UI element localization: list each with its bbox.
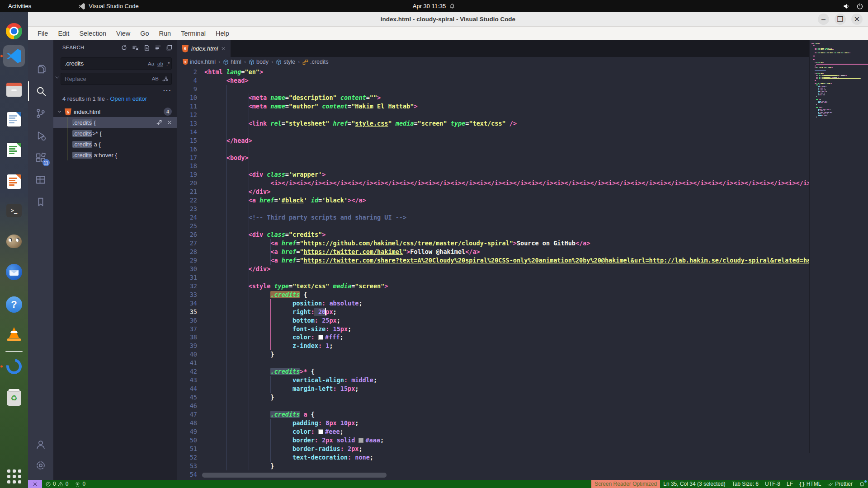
code-line-36[interactable]: 36 bottom: 25px; [177,316,868,325]
replace-match-icon[interactable] [156,119,162,126]
dock-item-google-chrome[interactable] [3,20,25,42]
code-line-41[interactable]: 41 [177,359,868,367]
activity-accounts[interactable] [28,435,53,455]
volume-icon[interactable] [843,3,850,10]
code-line-49[interactable]: 49 color: #eee; [177,427,868,436]
status-encoding[interactable]: UTF-8 [762,480,783,488]
search-match-row[interactable]: .credits a { [53,139,177,150]
status-indentation[interactable]: Tab Size: 6 [729,480,762,488]
problems-indicator[interactable]: 00 [42,480,71,488]
dock-item-thunderbird[interactable] [3,261,25,283]
regex-toggle[interactable]: .* [166,61,170,66]
code-line-25[interactable]: 25 [177,222,868,230]
status-eol[interactable]: LF [783,480,796,488]
ports-indicator[interactable]: 0 [71,480,89,488]
code-line-37[interactable]: 37 font-size: 15px; [177,325,868,333]
dismiss-match-icon[interactable] [166,119,173,126]
collapse-all-icon[interactable] [155,44,161,51]
activity-source-control[interactable] [28,103,53,123]
search-match-row[interactable]: .credits { [53,117,177,128]
code-line-45[interactable]: 45 } [177,393,868,402]
menu-selection[interactable]: Selection [74,30,111,37]
code-line-28[interactable]: 28 <a href="https://twitter.com/hakimel"… [177,248,868,256]
code-line-19[interactable]: 19 <div class='wrapper'> [177,170,868,179]
activity-search[interactable] [28,81,53,101]
menu-run[interactable]: Run [154,30,176,37]
activity-run-and-debug[interactable] [28,126,53,145]
result-file-row[interactable]: 5 index.html 4 [53,106,177,117]
menu-go[interactable]: Go [135,30,154,37]
code-line-47[interactable]: 47 .credits a { [177,410,868,419]
preserve-case-toggle[interactable]: AB [152,76,159,82]
horizontal-scrollbar[interactable] [202,473,387,478]
code-line-35[interactable]: 35 right: 20px; [177,308,868,316]
dock-item-show-applications[interactable] [3,465,25,487]
code-line-40[interactable]: 40 } [177,350,868,359]
activity-explorer[interactable] [28,59,53,79]
toggle-replace-chevron-icon[interactable] [54,75,60,80]
code-area[interactable]: 2<html lang="en">4 <head>910 <meta name=… [177,67,868,480]
code-line-2[interactable]: 2<html lang="en"> [177,68,868,76]
code-line-31[interactable]: 31 [177,273,868,282]
menu-terminal[interactable]: Terminal [176,30,211,37]
search-match-row[interactable]: .credits a:hover { [53,150,177,160]
whole-word-toggle[interactable]: ab [157,61,163,66]
dock-item-visual-studio-code[interactable] [3,45,25,67]
view-as-panel-icon[interactable] [166,44,173,51]
code-line-14[interactable]: 14 [177,128,868,136]
restore-button[interactable]: ❐ [835,14,846,25]
menu-file[interactable]: File [33,30,53,37]
menu-view[interactable]: View [111,30,135,37]
dock-item-files[interactable] [3,79,25,101]
status-cursor-position[interactable]: Ln 35, Col 34 (3 selected) [660,480,728,488]
dock-item-libreoffice-writer[interactable] [3,108,25,130]
dock-item-libreoffice-impress[interactable] [3,171,25,192]
open-in-editor-link[interactable]: Open in editor [110,95,147,102]
status-language-mode[interactable]: { }HTML [796,480,824,488]
dock-item-gimp[interactable] [3,230,25,252]
code-line-15[interactable]: 15 </head> [177,136,868,145]
minimize-button[interactable]: – [818,14,829,25]
toggle-search-details[interactable]: ··· [163,87,172,94]
search-input[interactable] [61,60,148,67]
activity-manage[interactable] [28,455,53,475]
search-match-row[interactable]: .credits>* { [53,128,177,139]
breadcrumb-html[interactable]: html [223,59,241,65]
code-line-44[interactable]: 44 margin-left: 15px; [177,385,868,393]
code-line-34[interactable]: 34 position: absolute; [177,299,868,308]
breadcrumb-indexhtml[interactable]: 5index.html [183,59,216,65]
menu-help[interactable]: Help [211,30,234,37]
dock-item-software-updater[interactable] [3,356,25,377]
status-formatter[interactable]: Prettier [824,480,856,488]
code-line-26[interactable]: 26 <div class="credits"> [177,230,868,239]
activities-button[interactable]: Activities [0,3,39,9]
code-line-32[interactable]: 32 <style type="text/css" media="screen"… [177,282,868,291]
code-line-30[interactable]: 30 </div> [177,265,868,273]
code-line-48[interactable]: 48 padding: 8px 10px; [177,419,868,427]
code-line-11[interactable]: 11 <meta name="author" content="Hakim El… [177,102,868,111]
code-line-52[interactable]: 52 text-decoration: none; [177,453,868,462]
code-line-10[interactable]: 10 <meta name="description" content=""> [177,94,868,102]
match-case-toggle[interactable]: Aa [148,61,154,66]
dock-item-vlc[interactable] [3,323,25,345]
focused-app-indicator[interactable]: Visual Studio Code [78,3,138,10]
breadcrumb-credits[interactable]: .credits [302,59,328,65]
code-line-16[interactable]: 16 [177,145,868,154]
dock-item-terminal[interactable]: >_ [3,200,25,221]
power-icon[interactable] [856,3,863,10]
remote-indicator[interactable] [28,480,42,488]
refresh-icon[interactable] [121,44,127,51]
code-line-21[interactable]: 21 </div> [177,188,868,196]
code-line-46[interactable]: 46 [177,402,868,410]
code-line-17[interactable]: 17 <body> [177,154,868,162]
code-line-43[interactable]: 43 vertical-align: middle; [177,376,868,385]
code-line-4[interactable]: 4 <head> [177,76,868,85]
activity-table-editor[interactable] [28,170,53,190]
replace-input[interactable] [61,75,152,82]
code-line-20[interactable]: 20 <i></i><i></i><i></i><i></i><i></i><i… [177,179,868,188]
minimap[interactable] [809,40,868,453]
code-line-12[interactable]: 12 [177,111,868,119]
chevron-down-icon[interactable] [57,109,62,114]
activity-bookmarks[interactable] [28,192,53,212]
open-new-search-editor-icon[interactable] [143,44,150,51]
